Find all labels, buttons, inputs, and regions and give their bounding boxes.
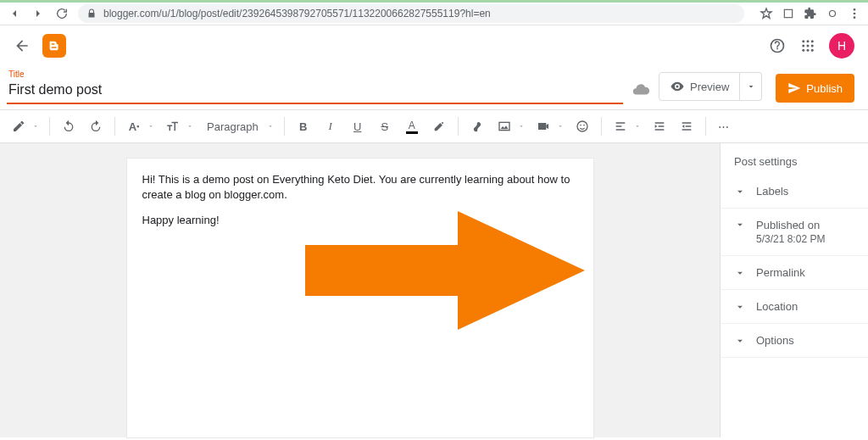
svg-point-14 bbox=[811, 48, 814, 51]
avatar-letter: H bbox=[837, 39, 846, 53]
browser-reload-button[interactable] bbox=[54, 6, 70, 21]
settings-permalink-text: Permalink bbox=[756, 266, 805, 279]
settings-published[interactable]: Published on 5/3/21 8:02 PM bbox=[721, 209, 868, 256]
align-dropdown[interactable] bbox=[634, 123, 641, 130]
editor-paragraph-2: Happy learning! bbox=[142, 213, 578, 228]
font-family-dropdown[interactable] bbox=[147, 123, 154, 130]
svg-point-9 bbox=[802, 44, 804, 47]
svg-point-6 bbox=[802, 40, 804, 42]
paragraph-style-dropdown[interactable] bbox=[267, 123, 274, 130]
settings-location-text: Location bbox=[756, 300, 798, 313]
cloud-saved-icon bbox=[632, 81, 650, 99]
svg-point-2 bbox=[854, 8, 856, 11]
font-size-dropdown[interactable] bbox=[186, 123, 193, 130]
blogger-logo-icon bbox=[42, 34, 66, 58]
svg-point-7 bbox=[807, 40, 810, 42]
browser-toolbar: blogger.com/u/1/blog/post/edit/239264539… bbox=[0, 0, 868, 25]
browser-address-bar[interactable]: blogger.com/u/1/blog/post/edit/239264539… bbox=[78, 4, 744, 23]
post-settings-heading: Post settings bbox=[721, 155, 868, 175]
svg-point-8 bbox=[811, 40, 814, 42]
user-avatar[interactable]: H bbox=[829, 33, 854, 58]
title-field-label: Title bbox=[7, 70, 623, 79]
svg-point-11 bbox=[811, 44, 814, 47]
chevron-down-icon bbox=[734, 301, 746, 313]
preview-dropdown[interactable] bbox=[740, 72, 762, 101]
insert-emoji-button[interactable] bbox=[570, 114, 594, 138]
font-size-button[interactable] bbox=[161, 114, 185, 138]
app-back-button[interactable] bbox=[14, 37, 31, 54]
svg-rect-0 bbox=[784, 9, 792, 17]
svg-point-3 bbox=[854, 13, 856, 15]
publish-label: Publish bbox=[806, 82, 843, 95]
eye-icon bbox=[670, 79, 685, 94]
settings-permalink[interactable]: Permalink bbox=[721, 256, 868, 290]
chevron-down-icon bbox=[734, 335, 746, 347]
settings-published-value: 5/3/21 8:02 PM bbox=[756, 233, 825, 245]
settings-labels-text: Labels bbox=[756, 185, 788, 198]
insert-image-button[interactable] bbox=[492, 114, 516, 138]
format-toolbar: A▪ Paragraph B I U S A ⋯ bbox=[0, 109, 868, 143]
compose-mode-dropdown[interactable] bbox=[32, 123, 39, 130]
strikethrough-button[interactable]: S bbox=[373, 114, 397, 138]
chevron-down-icon bbox=[734, 267, 746, 279]
browser-url-text: blogger.com/u/1/blog/post/edit/239264539… bbox=[103, 8, 491, 19]
settings-location[interactable]: Location bbox=[721, 290, 868, 324]
chevron-down-icon bbox=[734, 186, 746, 198]
browser-menu-icon[interactable] bbox=[848, 7, 861, 20]
svg-point-18 bbox=[580, 125, 581, 126]
browser-forward-button[interactable] bbox=[31, 6, 46, 21]
svg-point-17 bbox=[577, 121, 587, 131]
post-settings-panel: Post settings Labels Published on 5/3/21… bbox=[720, 143, 868, 437]
paragraph-style-button[interactable]: Paragraph bbox=[200, 114, 265, 138]
svg-point-13 bbox=[807, 48, 810, 51]
settings-options-text: Options bbox=[756, 334, 794, 347]
settings-labels[interactable]: Labels bbox=[721, 175, 868, 209]
insert-link-button[interactable] bbox=[465, 114, 489, 138]
extension-icon-2[interactable] bbox=[826, 7, 839, 20]
post-title-input[interactable] bbox=[7, 79, 623, 104]
svg-point-10 bbox=[807, 44, 810, 47]
svg-point-4 bbox=[854, 16, 856, 19]
indent-increase-button[interactable] bbox=[648, 114, 671, 138]
lock-icon bbox=[86, 8, 97, 19]
editor-paragraph-1: Hi! This is a demo post on Everything Ke… bbox=[142, 172, 578, 203]
svg-rect-16 bbox=[538, 123, 546, 130]
preview-label: Preview bbox=[690, 81, 729, 93]
more-tools-button[interactable]: ⋯ bbox=[713, 114, 737, 138]
font-family-button[interactable]: A▪ bbox=[122, 114, 146, 138]
indent-decrease-button[interactable] bbox=[675, 114, 698, 138]
redo-button[interactable] bbox=[84, 114, 108, 138]
undo-button[interactable] bbox=[57, 114, 81, 138]
send-icon bbox=[787, 81, 801, 95]
google-apps-icon[interactable] bbox=[798, 36, 817, 55]
italic-button[interactable]: I bbox=[319, 114, 342, 138]
app-header: H bbox=[0, 25, 868, 66]
extensions-puzzle-icon[interactable] bbox=[804, 7, 817, 20]
bold-button[interactable]: B bbox=[292, 114, 315, 138]
settings-options[interactable]: Options bbox=[721, 324, 868, 358]
preview-button[interactable]: Preview bbox=[659, 72, 740, 101]
browser-back-button[interactable] bbox=[7, 6, 22, 21]
align-button[interactable] bbox=[609, 114, 632, 138]
publish-button[interactable]: Publish bbox=[776, 74, 854, 103]
insert-video-button[interactable] bbox=[531, 114, 555, 138]
title-action-row: Title Preview Publish bbox=[0, 66, 868, 104]
bookmark-star-icon[interactable] bbox=[760, 7, 773, 20]
insert-video-dropdown[interactable] bbox=[557, 123, 564, 130]
caret-down-icon bbox=[746, 81, 756, 92]
highlight-button[interactable] bbox=[427, 114, 451, 138]
help-icon[interactable] bbox=[768, 36, 787, 55]
svg-point-19 bbox=[583, 125, 585, 126]
chevron-down-icon bbox=[734, 219, 746, 231]
underline-button[interactable]: U bbox=[346, 114, 370, 138]
text-color-button[interactable]: A bbox=[400, 114, 424, 138]
editor-pane[interactable]: Hi! This is a demo post on Everything Ke… bbox=[0, 143, 720, 437]
extension-icon-1[interactable] bbox=[782, 7, 795, 20]
insert-image-dropdown[interactable] bbox=[518, 123, 525, 130]
settings-published-label: Published on bbox=[756, 219, 825, 231]
svg-point-1 bbox=[830, 11, 836, 17]
editor-page[interactable]: Hi! This is a demo post on Everything Ke… bbox=[127, 159, 593, 437]
compose-mode-button[interactable] bbox=[7, 114, 31, 138]
svg-point-12 bbox=[802, 48, 804, 51]
